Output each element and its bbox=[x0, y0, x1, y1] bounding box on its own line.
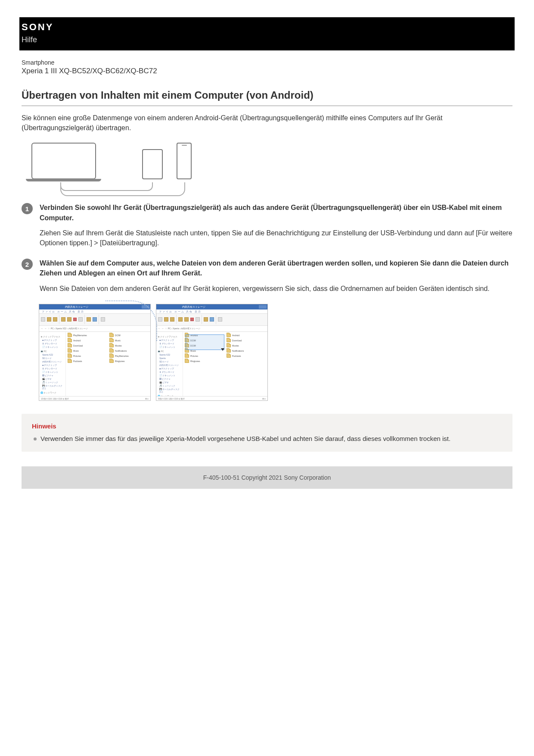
fm-sidebar: ★ クイックアクセス ■ デスクトップ ⬇ ダウンロード 📄 ドキュメント 💻 … bbox=[39, 332, 66, 401]
file-manager-figure: 内部共有ストレージ ファイル ホーム 共有 表示 ✕ ← →↑PC › Xper… bbox=[39, 304, 512, 401]
laptop-icon bbox=[26, 143, 101, 181]
fm-sidebar: ★ クイックアクセス ■ デスクトップ ⬇ ダウンロード 📄 ドキュメント 💻 … bbox=[156, 332, 183, 401]
help-label: Hilfe bbox=[19, 33, 515, 44]
step-title: Verbinden Sie sowohl Ihr Gerät (Übertrag… bbox=[40, 203, 512, 222]
selection-rectangle bbox=[186, 334, 224, 350]
page-title: Übertragen von Inhalten mit einem Comput… bbox=[22, 80, 512, 106]
step-2: 2 Wählen Sie auf dem Computer aus, welch… bbox=[22, 258, 512, 294]
devices-diagram bbox=[22, 141, 194, 192]
note-box: Hinweis Verwenden Sie immer das für das … bbox=[22, 414, 512, 452]
fm-addressbar: ← →↑PC › Xperia › 内部共有ストレージ bbox=[156, 326, 267, 332]
fm-ribbon: ✕ bbox=[156, 314, 267, 326]
header-bar: SONY Hilfe bbox=[19, 17, 515, 50]
fm-ribbon: ✕ bbox=[39, 314, 150, 326]
phone-icon bbox=[177, 143, 192, 179]
product-model: Xperia 1 III XQ-BC52/XQ-BC62/XQ-BC72 bbox=[22, 66, 512, 75]
fm-statusbar: 9個の項目 1個の項目を選択⊞ ≡ bbox=[156, 396, 267, 400]
step-description: Wenn Sie Dateien von dem anderen Gerät a… bbox=[40, 284, 512, 294]
product-type: Smartphone bbox=[22, 59, 512, 66]
fm-statusbar: 10個の項目 1個の項目を選択⊞ ≡ bbox=[39, 396, 150, 400]
fm-menubar: ファイル ホーム 共有 表示 bbox=[156, 309, 267, 314]
step-number-badge: 1 bbox=[22, 203, 33, 214]
step-description: Ziehen Sie auf Ihrem Gerät die Statuslei… bbox=[40, 228, 512, 248]
step-title: Wählen Sie auf dem Computer aus, welche … bbox=[40, 258, 512, 278]
fm-window-title: 内部共有ストレージ bbox=[156, 304, 267, 309]
fm-menubar: ファイル ホーム 共有 表示 bbox=[39, 309, 150, 314]
title-rule bbox=[22, 106, 512, 106]
fm-addressbar: ← →↑PC › Xperia XZ2 › 内部共有ストレージ bbox=[39, 326, 150, 332]
fm-folder-grid: PlayMemories DCIM Android Music Download… bbox=[66, 332, 150, 401]
footer-copyright: F-405-100-51 Copyright 2021 Sony Corpora… bbox=[22, 466, 512, 489]
fm-window-target: 内部共有ストレージ ファイル ホーム 共有 表示 ✕ ← →↑PC › Xper… bbox=[156, 304, 268, 401]
intro-text: Sie können eine große Datenmenge von ein… bbox=[22, 113, 512, 133]
step-number-badge: 2 bbox=[22, 259, 33, 270]
fm-window-title: 内部共有ストレージ bbox=[39, 304, 150, 309]
tablet-icon bbox=[142, 149, 163, 179]
note-heading: Hinweis bbox=[32, 422, 502, 430]
brand-logo: SONY bbox=[19, 22, 515, 33]
product-meta: Smartphone Xperia 1 III XQ-BC52/XQ-BC62/… bbox=[22, 50, 512, 80]
note-item: Verwenden Sie immer das für das jeweilig… bbox=[32, 434, 502, 444]
fm-window-source: 内部共有ストレージ ファイル ホーム 共有 表示 ✕ ← →↑PC › Xper… bbox=[39, 304, 151, 401]
cursor-icon bbox=[221, 348, 224, 351]
usb-cable-icon bbox=[60, 182, 185, 196]
step-1: 1 Verbinden Sie sowohl Ihr Gerät (Übertr… bbox=[22, 203, 512, 248]
